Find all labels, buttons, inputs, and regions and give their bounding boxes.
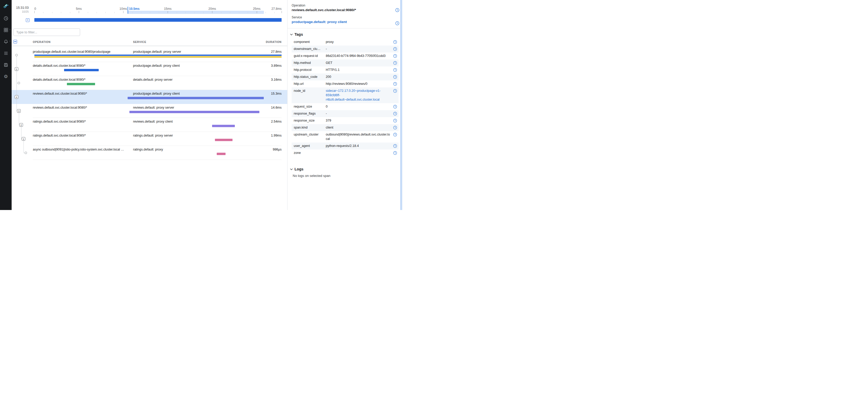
span-row[interactable]: details.default.svc.cluster.local:9080/*… [11,62,287,76]
span-operation: details.default.svc.cluster.local:9080/* [33,64,86,67]
span-service: details.default: proxy server [133,78,173,81]
tag-key: guid:x-request-id [294,54,326,58]
tag-clock-icon[interactable] [393,105,397,109]
tag-value[interactable]: sidecar~172.17.0.20~productpage-v1-659cf… [326,89,393,102]
trace-date: 10/25 [15,10,29,13]
filter-input[interactable] [13,28,80,36]
tag-clock-icon[interactable] [393,89,397,93]
tag-key: node_id [294,89,326,93]
nav-settings-gear-icon[interactable]: ⚙ [0,74,11,79]
minimap-expand-icon[interactable]: + [26,18,29,22]
tag-clock-icon[interactable] [393,126,397,130]
chevron-down-icon [290,168,293,170]
chevron-right-icon: › [9,28,10,31]
minimap-bar[interactable] [34,18,282,22]
trace-timestamp: 15:31:03 10/25 [15,6,29,13]
tag-clock-icon[interactable] [393,82,397,86]
tree-node[interactable]: 3 [17,109,21,113]
tag-clock-icon[interactable] [393,144,397,148]
tag-row: request_size 0 [292,103,399,110]
tag-value: HTTP/1.1 [326,68,393,72]
tick-label: 10ms [120,7,127,10]
span-row[interactable]: reviews.default.svc.cluster.local:9080/*… [11,90,287,104]
tag-row: response_size 379 [292,117,399,124]
span-bar[interactable] [64,69,99,72]
tag-clock-icon[interactable] [393,40,397,44]
tag-value: 379 [326,118,393,123]
timeline-ruler[interactable]: 05ms10ms15ms20ms25ms27.8ms10.5ms [34,0,282,15]
span-bar[interactable] [217,153,225,155]
tree-node[interactable]: 1 [15,67,18,71]
tag-clock-icon[interactable] [393,112,397,116]
tag-value: outbound|9080||reviews.default.svc.clust… [326,133,393,141]
logs-section-header[interactable]: Logs [290,167,400,171]
tag-key: request_size [294,105,326,109]
tag-clock-icon[interactable] [393,68,397,72]
nav-apps-grid-icon[interactable]: › [0,27,11,33]
tag-key: http.protocol [294,68,326,72]
tag-row: span.kind client [292,124,399,131]
span-bar-track [34,96,282,100]
tree-node[interactable] [16,54,18,56]
tree-node[interactable] [25,152,27,154]
span-service: ratings.default: proxy [133,148,163,151]
span-bar[interactable] [212,125,235,127]
span-duration: 3.89ms [271,64,282,67]
tick-label: 5ms [76,7,82,10]
tag-row: user_agent python-requests/2.18.4 [292,142,399,149]
span-bar[interactable] [129,111,259,113]
span-operation: ratings.default.svc.cluster.local:9080/* [33,120,86,123]
lightstep-logo-icon[interactable] [0,3,11,9]
trace-time: 15:31:03 [15,6,29,9]
operation-context-clock-icon[interactable] [395,8,399,12]
tag-clock-icon[interactable] [393,54,397,58]
service-link[interactable]: productpage.default: proxy client [292,20,390,24]
tag-clock-icon[interactable] [393,151,397,155]
span-bar-track [34,82,282,86]
tag-clock-icon[interactable] [393,47,397,51]
tree-node[interactable]: 2 [20,123,23,127]
tag-clock-icon[interactable] [393,133,397,137]
tag-key: http.status_code [294,75,326,79]
span-row[interactable]: ratings.default.svc.cluster.local:9080/*… [11,118,287,132]
service-label: Service [292,16,390,19]
span-service: productpage.default: proxy server [133,50,181,54]
span-row[interactable]: reviews.default.svc.cluster.local:9080/*… [11,104,287,118]
span-row[interactable]: details.default.svc.cluster.local:9080/*… [11,76,287,90]
nav-list-icon[interactable] [0,51,11,56]
tags-table: component proxy downstream_clu… - guid:x… [292,38,399,157]
tag-clock-icon[interactable] [393,119,397,122]
tag-clock-icon[interactable] [393,61,397,65]
tag-key: http.method [294,61,326,65]
tree-node[interactable]: 4 [15,95,18,99]
table-header: OPERATION SERVICE DURATION [11,39,287,46]
tags-section-header[interactable]: Tags [290,32,400,36]
column-header-operation: OPERATION [33,40,51,44]
tag-row: http.protocol HTTP/1.1 [292,66,399,74]
tree-node[interactable] [18,82,20,84]
collapse-all-icon[interactable] [13,40,17,44]
span-bar[interactable] [67,83,95,85]
panel-scrollbar[interactable] [400,0,402,210]
span-duration: 27.8ms [271,50,282,54]
span-row[interactable]: productpage.default.svc.cluster.local:90… [11,48,287,62]
chevron-right-icon: › [9,40,10,43]
tag-clock-icon[interactable] [393,75,397,79]
tree-node[interactable]: 1 [22,137,25,141]
span-bar[interactable] [34,55,282,58]
operation-label: Operation [292,4,390,7]
nav-alerts-bell-icon[interactable]: › [0,39,11,44]
tag-key: component [294,40,326,44]
span-row[interactable]: async outbound|9091||istio-policy.istio-… [11,146,287,160]
nav-save-icon[interactable] [0,62,11,67]
tag-key: response_flags [294,111,326,116]
nav-traces-clock-icon[interactable] [0,16,11,21]
span-operation: reviews.default.svc.cluster.local:9080/* [33,106,87,109]
span-bar[interactable] [128,97,264,99]
span-bar[interactable] [215,139,233,141]
service-context-clock-icon[interactable] [395,21,399,25]
tag-key: user_agent [294,144,326,148]
tag-row: http.status_code 200 [292,74,399,80]
span-row[interactable]: ratings.default.svc.cluster.local:9080/*… [11,132,287,146]
tick-label: 25ms [253,7,260,10]
